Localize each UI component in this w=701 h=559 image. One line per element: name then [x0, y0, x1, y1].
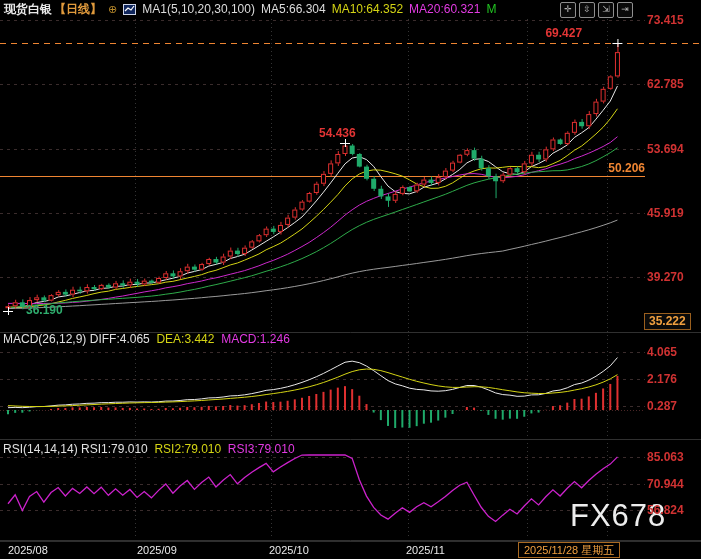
rsi3-value: RSI3:79.010 — [228, 442, 295, 456]
add-indicator-icon[interactable]: ⊕ — [108, 4, 117, 15]
scale-x-axis-icon[interactable]: ⇲ — [598, 2, 614, 18]
price-axis-label-4: 39.270 — [647, 270, 684, 284]
ma10-value: MA10:64.352 — [332, 2, 403, 16]
time-axis: 2025/08 2025/09 2025/10 2025/11 2025/11/… — [0, 541, 701, 559]
crosshair-move-icon[interactable]: ✛ — [560, 2, 576, 18]
date-label-nov: 2025/11 — [406, 544, 445, 556]
rsi1-value: RSI1:79.010 — [81, 442, 148, 456]
rsi2-value: RSI2:79.010 — [154, 442, 221, 456]
ma30-value: M — [486, 2, 496, 16]
scale-y-axis-icon[interactable]: ⇳ — [579, 2, 595, 18]
macd-header: MACD(26,12,9) DIFF:4.065 DEA:3.442 MACD:… — [3, 332, 290, 346]
date-label-aug: 2025/08 — [8, 544, 48, 556]
period-label: 【日线】 — [54, 1, 102, 18]
annotation-high: 69.427 — [545, 26, 582, 40]
rsi-header: RSI(14,14,14) RSI1:79.010 RSI2:79.010 RS… — [3, 442, 295, 456]
macd-axis-label-2: 0.287 — [647, 399, 677, 413]
macd-title: MACD(26,12,9) — [3, 332, 86, 346]
date-label-sep: 2025/09 — [137, 544, 177, 556]
chart-type-icon[interactable] — [123, 4, 136, 15]
rsi-axis-label-2: 56.824 — [647, 503, 684, 517]
price-axis-label-1: 62.785 — [647, 77, 684, 91]
macd-axis-label-1: 2.176 — [647, 372, 677, 386]
price-axis-label-3: 45.919 — [647, 206, 684, 220]
exit-chart-icon[interactable]: ⇥ — [617, 2, 633, 18]
macd-dea-value: DEA:3.442 — [156, 332, 214, 346]
ma-settings-label: MA1(5,10,20,30,100) — [142, 2, 255, 16]
annotation-peak: 54.436 — [319, 126, 356, 140]
macd-diff-value: DIFF:4.065 — [90, 332, 150, 346]
chart-canvas[interactable] — [0, 0, 701, 559]
annotation-support-line: 50.206 — [608, 161, 645, 175]
rsi-axis-label-1: 70.944 — [647, 477, 684, 491]
price-axis-bottom-box: 35.222 — [644, 313, 691, 330]
chart-app: 现货白银【日线】 ⊕ MA1(5,10,20,30,100) MA5:66.30… — [0, 0, 701, 559]
price-axis-label-2: 53.694 — [647, 142, 684, 156]
rsi-axis-label-0: 85.063 — [647, 450, 684, 464]
rsi-title: RSI(14,14,14) — [3, 442, 78, 456]
chart-toolbar: ✛ ⇳ ⇲ ⇥ — [560, 2, 633, 18]
macd-macd-value: MACD:1.246 — [221, 332, 290, 346]
macd-axis-label-0: 4.065 — [647, 345, 677, 359]
ma20-value: MA20:60.321 — [409, 2, 480, 16]
annotation-low: 36.190 — [26, 303, 63, 317]
symbol-title: 现货白银 — [4, 1, 52, 18]
current-date-box: 2025/11/28 星期五 — [518, 542, 620, 558]
ma5-value: MA5:66.304 — [261, 2, 326, 16]
date-label-oct: 2025/10 — [269, 544, 309, 556]
